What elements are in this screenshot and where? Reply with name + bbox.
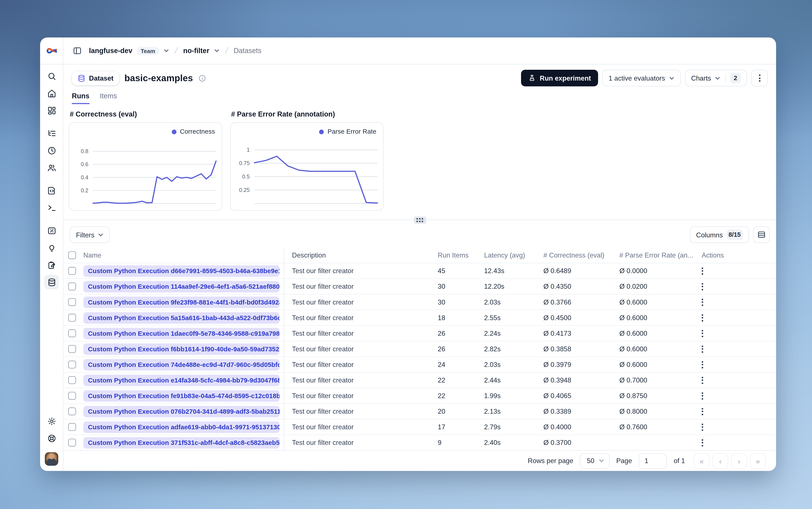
row-actions-menu-button[interactable] (696, 279, 776, 294)
row-checkbox[interactable] (64, 326, 83, 341)
sidebar-item-datasets[interactable] (44, 275, 59, 290)
sidebar-item-sessions[interactable] (44, 143, 59, 158)
table-row[interactable]: Custom Python Execution 9fe23f98-881e-44… (64, 294, 776, 310)
row-actions-menu-button[interactable] (696, 435, 776, 450)
prev-page-button[interactable]: ‹ (713, 453, 728, 469)
row-checkbox[interactable] (64, 295, 83, 310)
langfuse-logo-icon[interactable] (46, 45, 57, 56)
table-row[interactable]: Custom Python Execution f6bb1614-1f90-40… (64, 341, 776, 357)
row-checkbox[interactable] (64, 263, 83, 278)
filters-button[interactable]: Filters (70, 227, 110, 243)
sidebar-item-prompts[interactable] (44, 183, 59, 198)
run-name-link[interactable]: Custom Python Execution fe91b83e-04a5-47… (83, 390, 279, 402)
table-row[interactable]: Custom Python Execution 5a15a616-1bab-44… (64, 310, 776, 325)
table-row[interactable]: Custom Python Execution 076b2704-341d-48… (64, 404, 776, 419)
run-name-link[interactable]: Custom Python Execution 114aa9ef-29e6-4e… (83, 281, 279, 293)
table-row[interactable]: Custom Python Execution 74de488e-ec9d-47… (64, 357, 776, 372)
run-name-link[interactable]: Custom Python Execution f6bb1614-1f90-40… (83, 343, 279, 355)
table-row[interactable]: Custom Python Execution fe91b83e-04a5-47… (64, 388, 776, 404)
run-name-link[interactable]: Custom Python Execution adfae619-abb0-4d… (83, 421, 279, 433)
sidebar-item-insights[interactable] (44, 240, 59, 255)
sidebar-item-support[interactable] (44, 431, 59, 445)
table-row[interactable]: Custom Python Execution 114aa9ef-29e6-4e… (64, 278, 776, 294)
row-checkbox[interactable] (64, 404, 83, 419)
sidebar-item-search[interactable] (44, 69, 59, 83)
column-header-name[interactable]: Name (83, 247, 284, 263)
row-actions-menu-button[interactable] (696, 357, 776, 372)
column-header-correctness[interactable]: # Correctness (eval) (543, 247, 619, 263)
sidebar-item-annotations[interactable] (44, 258, 59, 272)
run-experiment-button[interactable]: Run experiment (521, 70, 598, 87)
table-row[interactable]: Custom Python Execution adfae619-abb0-4d… (64, 419, 776, 435)
breadcrumb-org[interactable]: langfuse-dev (89, 47, 132, 55)
table-row[interactable]: Custom Python Execution 1daec0f9-5e78-43… (64, 325, 776, 341)
user-avatar[interactable] (45, 452, 58, 466)
sidebar-item-playground[interactable] (44, 200, 59, 215)
rows-per-page-select[interactable]: 50 (580, 453, 610, 469)
row-actions-menu-button[interactable] (696, 419, 776, 435)
chevron-down-icon (669, 75, 674, 81)
active-evaluators-dropdown[interactable]: 1 active evaluators (603, 70, 681, 87)
row-actions-menu-button[interactable] (696, 404, 776, 419)
breadcrumb-project[interactable]: no-filter (183, 47, 209, 55)
run-name-link[interactable]: Custom Python Execution 74de488e-ec9d-47… (83, 359, 279, 370)
column-header-parse-error[interactable]: # Parse Error Rate (an... (619, 247, 696, 263)
last-page-button[interactable]: » (750, 453, 766, 469)
row-checkbox[interactable] (64, 419, 83, 435)
run-name-link[interactable]: Custom Python Execution 076b2704-341d-48… (83, 406, 279, 417)
row-checkbox[interactable] (64, 342, 83, 357)
row-checkbox[interactable] (64, 357, 83, 372)
line-chart: 0.250.50.751 (231, 123, 383, 210)
run-name-link[interactable]: Custom Python Execution 9fe23f98-881e-44… (83, 297, 279, 308)
column-header-latency[interactable]: Latency (avg) (484, 247, 543, 263)
tab-runs[interactable]: Runs (72, 92, 90, 104)
row-checkbox[interactable] (64, 279, 83, 294)
info-icon[interactable] (198, 74, 206, 82)
sidebar-item-tracing[interactable] (44, 126, 59, 140)
first-page-button[interactable]: « (694, 453, 710, 469)
run-name-link[interactable]: Custom Python Execution 371f531c-abff-4d… (83, 437, 279, 448)
breadcrumb-section[interactable]: Datasets (234, 47, 262, 55)
table-header: Name Description Run Items Latency (avg)… (64, 247, 776, 263)
sidebar-toggle-button[interactable] (70, 43, 84, 58)
row-checkbox[interactable] (64, 435, 83, 450)
column-header-description[interactable]: Description (284, 247, 438, 263)
run-name-link[interactable]: Custom Python Execution 5a15a616-1bab-44… (83, 312, 279, 324)
org-chevron-down-icon[interactable] (164, 48, 169, 54)
table-row[interactable]: Custom Python Execution e14fa348-5cfc-49… (64, 372, 776, 388)
legend-dot (172, 129, 176, 134)
row-actions-menu-button[interactable] (696, 342, 776, 357)
charts-dropdown[interactable]: Charts 2 (685, 70, 747, 87)
run-name-link[interactable]: Custom Python Execution d66e7991-8595-45… (83, 265, 279, 277)
splitter-drag-handle[interactable] (414, 216, 426, 224)
row-actions-menu-button[interactable] (696, 310, 776, 326)
run-name-link[interactable]: Custom Python Execution e14fa348-5cfc-49… (83, 374, 279, 386)
tab-items[interactable]: Items (100, 92, 117, 104)
project-chevron-down-icon[interactable] (214, 48, 220, 54)
sidebar-item-dashboards[interactable] (44, 103, 59, 117)
row-actions-menu-button[interactable] (696, 373, 776, 388)
run-name-link[interactable]: Custom Python Execution 1daec0f9-5e78-43… (83, 328, 279, 339)
next-page-button[interactable]: › (732, 453, 747, 469)
row-actions-menu-button[interactable] (696, 326, 776, 341)
row-actions-menu-button[interactable] (696, 295, 776, 310)
select-all-checkbox[interactable] (64, 247, 83, 263)
row-checkbox[interactable] (64, 310, 83, 326)
sidebar-item-users[interactable] (44, 160, 59, 175)
sidebar-item-scores[interactable] (44, 223, 59, 238)
page-kebab-menu-button[interactable] (751, 70, 768, 87)
row-checkbox[interactable] (64, 388, 83, 404)
row-actions-menu-button[interactable] (696, 263, 776, 278)
table-row[interactable]: Custom Python Execution d66e7991-8595-45… (64, 263, 776, 278)
sidebar-item-home[interactable] (44, 86, 59, 100)
column-header-run-items[interactable]: Run Items (438, 247, 484, 263)
sidebar-item-settings[interactable] (44, 414, 59, 428)
table-row[interactable]: Custom Python Execution 371f531c-abff-4d… (64, 435, 776, 450)
correctness-value: Ø 0.4173 (543, 326, 619, 341)
columns-button[interactable]: Columns 8/15 (690, 227, 749, 243)
latency-value: 2.03s (484, 357, 543, 372)
row-actions-menu-button[interactable] (696, 388, 776, 404)
row-checkbox[interactable] (64, 373, 83, 388)
page-number-input[interactable] (639, 453, 667, 469)
row-height-button[interactable] (753, 227, 770, 243)
